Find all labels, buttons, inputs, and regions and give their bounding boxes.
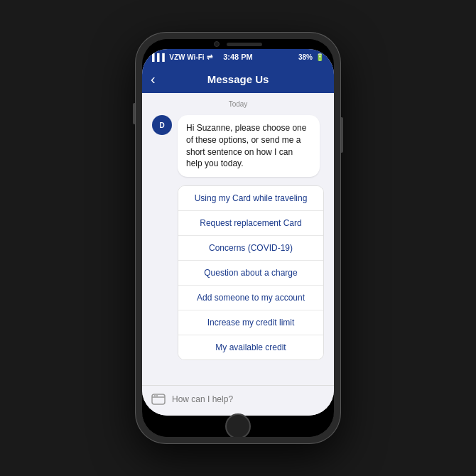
input-area xyxy=(142,385,334,416)
phone-notch xyxy=(142,39,334,49)
status-bar-right: 38% 🔋 xyxy=(298,53,324,61)
input-attachment-icon[interactable] xyxy=(151,391,166,407)
back-button[interactable]: ‹ xyxy=(151,71,156,87)
carrier-label: VZW Wi-Fi xyxy=(169,53,204,61)
svg-text:D: D xyxy=(159,121,164,129)
speaker-grille xyxy=(227,43,262,46)
status-bar-time: 3:48 PM xyxy=(223,53,253,61)
svg-rect-2 xyxy=(152,394,165,404)
bot-message-row: D Hi Suzanne, please choose one of these… xyxy=(152,115,324,177)
phone-screen: ▌▌▌ VZW Wi-Fi ⇌ 3:48 PM 38% 🔋 ‹ Message … xyxy=(142,39,334,437)
option-charge[interactable]: Question about a charge xyxy=(178,261,323,286)
nav-title: Message Us xyxy=(207,73,269,85)
chat-area: Today D Hi Suzanne, please choose one of… xyxy=(142,93,334,385)
bot-message-bubble: Hi Suzanne, please choose one of these o… xyxy=(178,115,320,177)
wifi-icon: ⇌ xyxy=(207,53,212,61)
bot-avatar: D xyxy=(152,115,172,135)
app-screen: ▌▌▌ VZW Wi-Fi ⇌ 3:48 PM 38% 🔋 ‹ Message … xyxy=(142,49,334,416)
svg-point-3 xyxy=(154,395,156,396)
signal-bars: ▌▌▌ xyxy=(152,53,167,61)
option-increase-credit[interactable]: Increase my credit limit xyxy=(178,310,323,335)
home-bar xyxy=(142,416,334,437)
phone-frame: ▌▌▌ VZW Wi-Fi ⇌ 3:48 PM 38% 🔋 ‹ Message … xyxy=(135,32,341,444)
option-available-credit[interactable]: My available credit xyxy=(178,335,323,359)
nav-bar: ‹ Message Us xyxy=(142,65,334,93)
svg-point-4 xyxy=(156,395,158,396)
battery-icon: 🔋 xyxy=(315,53,324,61)
home-button[interactable] xyxy=(225,413,251,437)
option-add-someone[interactable]: Add someone to my account xyxy=(178,286,323,310)
bot-logo-icon: D xyxy=(155,118,169,132)
message-input[interactable] xyxy=(172,394,325,404)
status-bar-left: ▌▌▌ VZW Wi-Fi ⇌ xyxy=(152,53,212,61)
battery-label: 38% xyxy=(298,53,313,61)
bot-message-text: Hi Suzanne, please choose one of these o… xyxy=(186,123,306,168)
option-covid[interactable]: Concerns (COVID-19) xyxy=(178,236,323,261)
option-replacement-card[interactable]: Request replacement Card xyxy=(178,211,323,236)
status-bar: ▌▌▌ VZW Wi-Fi ⇌ 3:48 PM 38% 🔋 xyxy=(142,49,334,65)
camera-dot xyxy=(214,41,220,47)
options-list: Using my Card while traveling Request re… xyxy=(178,185,324,360)
option-traveling[interactable]: Using my Card while traveling xyxy=(178,186,323,211)
date-label: Today xyxy=(152,100,324,108)
